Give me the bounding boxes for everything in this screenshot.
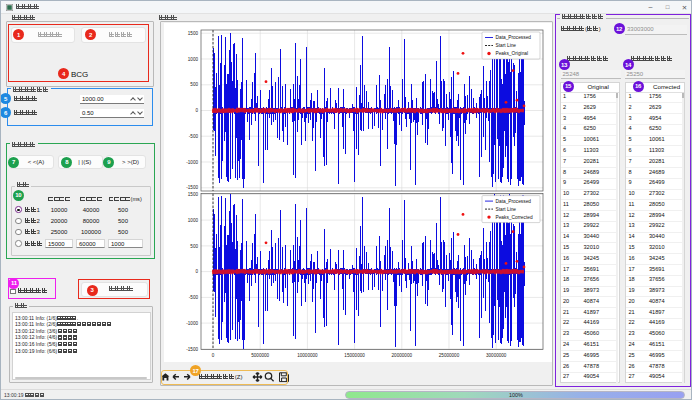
svg-text:-500: -500: [189, 295, 199, 300]
svg-text:-1500: -1500: [186, 347, 198, 352]
svg-text:Data_Processed: Data_Processed: [496, 35, 532, 40]
svg-text:1500: 1500: [188, 192, 199, 197]
svg-text:500: 500: [190, 82, 198, 87]
svg-text:15000000: 15000000: [344, 353, 365, 358]
svg-text:-1000: -1000: [186, 160, 198, 165]
svg-text:Data_Processed: Data_Processed: [496, 199, 532, 204]
svg-text:0: 0: [195, 108, 198, 113]
svg-text:1000: 1000: [188, 57, 199, 62]
svg-text:0: 0: [212, 353, 215, 358]
svg-text:30000000: 30000000: [486, 353, 507, 358]
svg-text:Start Line: Start Line: [496, 43, 517, 48]
svg-text:Peaks_Original: Peaks_Original: [496, 51, 529, 56]
svg-text:Peaks_Corrected: Peaks_Corrected: [496, 215, 533, 220]
svg-text:Start Line: Start Line: [496, 207, 517, 212]
svg-text:25000000: 25000000: [439, 353, 460, 358]
svg-text:0: 0: [195, 269, 198, 274]
svg-text:500: 500: [190, 244, 198, 249]
svg-text:-1500: -1500: [186, 185, 198, 190]
svg-text:1000: 1000: [188, 218, 199, 223]
svg-text:20000000: 20000000: [392, 353, 413, 358]
svg-text:-500: -500: [189, 134, 199, 139]
svg-text:5000000: 5000000: [251, 353, 269, 358]
svg-text:1500: 1500: [188, 31, 199, 36]
svg-text:-1000: -1000: [186, 321, 198, 326]
svg-text:10000000: 10000000: [297, 353, 318, 358]
